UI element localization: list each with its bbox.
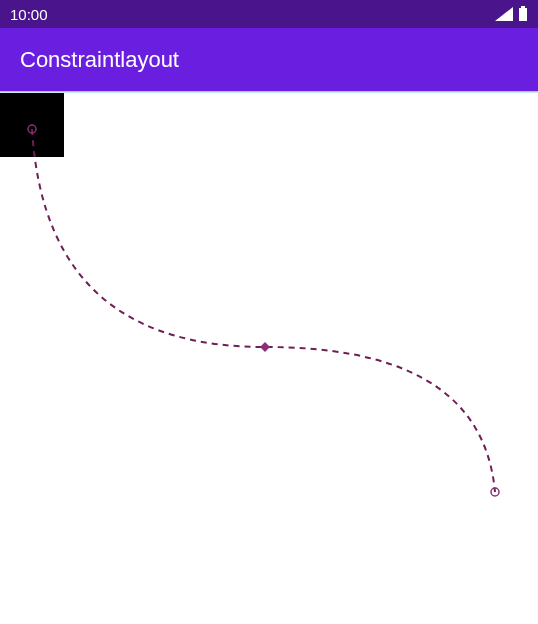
anchor-mid-icon[interactable] — [260, 342, 270, 352]
design-surface[interactable] — [0, 92, 538, 624]
signal-icon — [494, 6, 514, 22]
anchor-end-icon[interactable] — [491, 488, 499, 496]
action-bar: Constraintlayout — [0, 28, 538, 92]
action-bar-title: Constraintlayout — [20, 47, 179, 73]
battery-icon — [518, 6, 528, 22]
svg-rect-0 — [519, 8, 527, 21]
status-icons — [494, 6, 528, 22]
svg-rect-1 — [521, 6, 525, 8]
draggable-view[interactable] — [0, 93, 64, 157]
motion-path — [0, 93, 538, 624]
status-time: 10:00 — [10, 6, 48, 23]
status-bar: 10:00 — [0, 0, 538, 28]
